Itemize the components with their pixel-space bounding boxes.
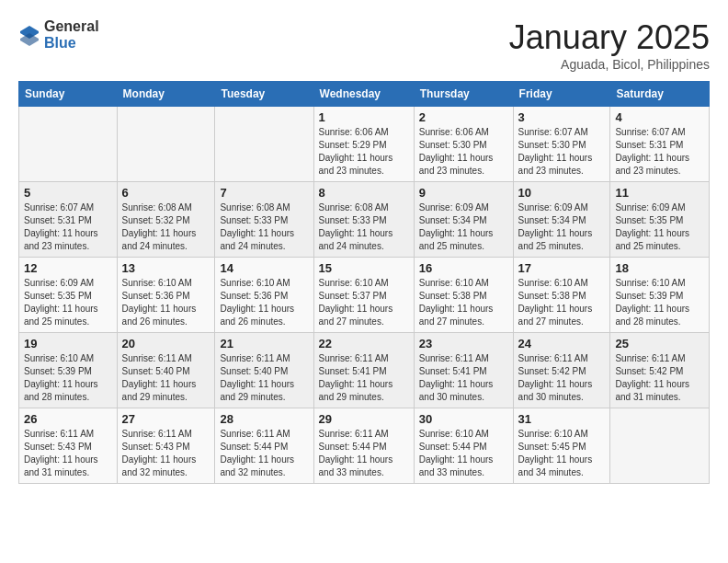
weekday-header-cell: Monday [117,82,215,107]
calendar-cell: 24Sunrise: 6:11 AM Sunset: 5:42 PM Dayli… [513,333,610,408]
day-info: Sunrise: 6:10 AM Sunset: 5:44 PM Dayligh… [419,428,508,479]
calendar-cell: 7Sunrise: 6:08 AM Sunset: 5:33 PM Daylig… [215,182,313,258]
weekday-header-cell: Thursday [414,82,513,107]
day-number: 3 [518,110,606,124]
day-info: Sunrise: 6:10 AM Sunset: 5:36 PM Dayligh… [122,277,210,328]
day-info: Sunrise: 6:10 AM Sunset: 5:39 PM Dayligh… [615,277,704,328]
day-number: 7 [220,186,308,200]
logo-line1: General [44,18,99,35]
day-number: 12 [24,261,112,275]
calendar-cell: 1Sunrise: 6:06 AM Sunset: 5:29 PM Daylig… [313,107,414,182]
calendar-cell: 27Sunrise: 6:11 AM Sunset: 5:43 PM Dayli… [117,408,215,484]
day-number: 15 [319,261,409,275]
day-number: 20 [122,337,210,350]
day-number: 31 [518,412,606,426]
day-number: 2 [419,110,508,124]
logo-icon [18,24,40,46]
day-info: Sunrise: 6:07 AM Sunset: 5:31 PM Dayligh… [615,126,704,178]
day-info: Sunrise: 6:11 AM Sunset: 5:42 PM Dayligh… [518,352,606,404]
day-number: 18 [615,261,704,275]
day-number: 14 [220,261,308,275]
calendar-cell: 19Sunrise: 6:10 AM Sunset: 5:39 PM Dayli… [19,333,118,408]
day-info: Sunrise: 6:11 AM Sunset: 5:42 PM Dayligh… [615,352,704,404]
day-number: 25 [615,337,704,350]
calendar-table: SundayMondayTuesdayWednesdayThursdayFrid… [18,81,710,484]
calendar-cell: 14Sunrise: 6:10 AM Sunset: 5:36 PM Dayli… [215,258,313,333]
day-info: Sunrise: 6:11 AM Sunset: 5:43 PM Dayligh… [24,428,112,479]
day-number: 24 [518,337,606,350]
location: Aguada, Bicol, Philippines [509,57,710,72]
day-info: Sunrise: 6:08 AM Sunset: 5:33 PM Dayligh… [319,201,409,253]
day-info: Sunrise: 6:11 AM Sunset: 5:41 PM Dayligh… [319,352,409,404]
calendar-cell: 9Sunrise: 6:09 AM Sunset: 5:34 PM Daylig… [414,182,513,258]
calendar-cell: 29Sunrise: 6:11 AM Sunset: 5:44 PM Dayli… [313,408,414,484]
day-info: Sunrise: 6:07 AM Sunset: 5:31 PM Dayligh… [24,201,112,253]
calendar-cell: 12Sunrise: 6:09 AM Sunset: 5:35 PM Dayli… [19,258,118,333]
day-info: Sunrise: 6:10 AM Sunset: 5:37 PM Dayligh… [319,277,409,328]
page-header: General Blue January 2025 Aguada, Bicol,… [18,18,710,72]
day-number: 27 [122,412,210,426]
day-number: 13 [122,261,210,275]
calendar-cell: 2Sunrise: 6:06 AM Sunset: 5:30 PM Daylig… [414,107,513,182]
calendar-cell: 17Sunrise: 6:10 AM Sunset: 5:38 PM Dayli… [513,258,610,333]
calendar-cell: 21Sunrise: 6:11 AM Sunset: 5:40 PM Dayli… [215,333,313,408]
calendar-cell [117,107,215,182]
day-info: Sunrise: 6:08 AM Sunset: 5:33 PM Dayligh… [220,201,308,253]
weekday-header-cell: Saturday [610,82,710,107]
calendar-cell: 15Sunrise: 6:10 AM Sunset: 5:37 PM Dayli… [313,258,414,333]
logo: General Blue [18,18,99,51]
day-info: Sunrise: 6:11 AM Sunset: 5:43 PM Dayligh… [122,428,210,479]
day-info: Sunrise: 6:11 AM Sunset: 5:44 PM Dayligh… [220,428,308,479]
calendar-cell: 25Sunrise: 6:11 AM Sunset: 5:42 PM Dayli… [610,333,710,408]
day-number: 28 [220,412,308,426]
calendar-cell: 30Sunrise: 6:10 AM Sunset: 5:44 PM Dayli… [414,408,513,484]
day-number: 9 [419,186,508,200]
day-info: Sunrise: 6:07 AM Sunset: 5:30 PM Dayligh… [518,126,606,178]
day-info: Sunrise: 6:10 AM Sunset: 5:45 PM Dayligh… [518,428,606,479]
day-number: 8 [319,186,409,200]
day-number: 19 [24,337,112,350]
day-info: Sunrise: 6:10 AM Sunset: 5:38 PM Dayligh… [419,277,508,328]
day-number: 22 [319,337,409,350]
calendar-cell: 13Sunrise: 6:10 AM Sunset: 5:36 PM Dayli… [117,258,215,333]
day-info: Sunrise: 6:10 AM Sunset: 5:39 PM Dayligh… [24,352,112,404]
calendar-week-row: 12Sunrise: 6:09 AM Sunset: 5:35 PM Dayli… [19,258,710,333]
calendar-cell: 20Sunrise: 6:11 AM Sunset: 5:40 PM Dayli… [117,333,215,408]
day-info: Sunrise: 6:06 AM Sunset: 5:30 PM Dayligh… [419,126,508,178]
calendar-cell: 8Sunrise: 6:08 AM Sunset: 5:33 PM Daylig… [313,182,414,258]
calendar-cell [610,408,710,484]
day-number: 11 [615,186,704,200]
calendar-cell [215,107,313,182]
day-number: 30 [419,412,508,426]
svg-marker-1 [20,33,39,46]
logo-text: General Blue [44,18,99,51]
day-info: Sunrise: 6:11 AM Sunset: 5:40 PM Dayligh… [220,352,308,404]
day-number: 5 [24,186,112,200]
calendar-cell: 28Sunrise: 6:11 AM Sunset: 5:44 PM Dayli… [215,408,313,484]
calendar-cell: 10Sunrise: 6:09 AM Sunset: 5:34 PM Dayli… [513,182,610,258]
day-number: 10 [518,186,606,200]
day-number: 6 [122,186,210,200]
calendar-cell: 18Sunrise: 6:10 AM Sunset: 5:39 PM Dayli… [610,258,710,333]
title-block: January 2025 Aguada, Bicol, Philippines [509,18,710,72]
calendar-cell: 26Sunrise: 6:11 AM Sunset: 5:43 PM Dayli… [19,408,118,484]
weekday-header-cell: Friday [513,82,610,107]
calendar-body: 1Sunrise: 6:06 AM Sunset: 5:29 PM Daylig… [19,107,710,484]
logo-line2: Blue [44,35,99,52]
day-info: Sunrise: 6:09 AM Sunset: 5:34 PM Dayligh… [419,201,508,253]
day-info: Sunrise: 6:10 AM Sunset: 5:36 PM Dayligh… [220,277,308,328]
day-number: 21 [220,337,308,350]
month-title: January 2025 [509,18,710,57]
weekday-header-cell: Sunday [19,82,118,107]
day-info: Sunrise: 6:10 AM Sunset: 5:38 PM Dayligh… [518,277,606,328]
weekday-header-cell: Wednesday [313,82,414,107]
calendar-week-row: 5Sunrise: 6:07 AM Sunset: 5:31 PM Daylig… [19,182,710,258]
day-info: Sunrise: 6:09 AM Sunset: 5:34 PM Dayligh… [518,201,606,253]
day-number: 17 [518,261,606,275]
calendar-cell: 4Sunrise: 6:07 AM Sunset: 5:31 PM Daylig… [610,107,710,182]
weekday-header-row: SundayMondayTuesdayWednesdayThursdayFrid… [19,82,710,107]
day-info: Sunrise: 6:09 AM Sunset: 5:35 PM Dayligh… [24,277,112,328]
day-info: Sunrise: 6:06 AM Sunset: 5:29 PM Dayligh… [319,126,409,178]
weekday-header-cell: Tuesday [215,82,313,107]
calendar-cell: 31Sunrise: 6:10 AM Sunset: 5:45 PM Dayli… [513,408,610,484]
